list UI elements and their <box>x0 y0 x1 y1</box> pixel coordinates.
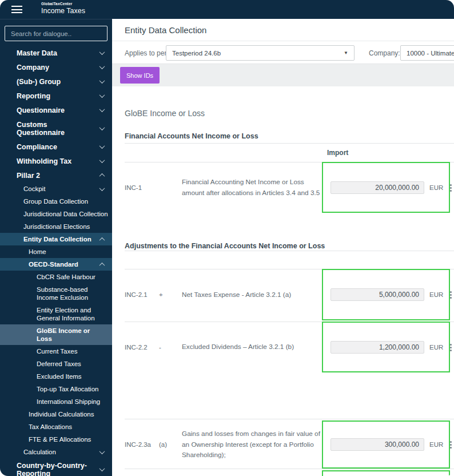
module-name: Income Taxes <box>41 7 85 15</box>
sidebar-item[interactable]: Group Data Collection <box>0 195 112 208</box>
row-description: Excluded Dividends – Article 3.2.1 (b) <box>182 342 330 352</box>
divider <box>125 469 454 469</box>
page-header: Entity Data Collection <box>112 19 454 41</box>
sidebar-item[interactable]: Withholding Tax <box>0 154 112 168</box>
sidebar-item[interactable]: Current Taxes <box>0 345 112 358</box>
sidebar-item[interactable]: International Shipping <box>0 395 112 408</box>
sidebar-item[interactable]: Company <box>0 60 112 74</box>
import-column-header: Import <box>327 149 348 157</box>
sidebar-item-label: Home <box>29 248 104 256</box>
company-label: Company: <box>369 49 400 57</box>
sidebar-item-label: Deferred Taxes <box>37 360 104 368</box>
sidebar-item-label: Pillar 2 <box>17 172 97 180</box>
row-menu-kebab-icon[interactable] <box>447 439 454 450</box>
sidebar-item[interactable]: Individual Calculations <box>0 408 112 421</box>
filter-bar: Applies to period: Testperiod 24.6b ▼ Co… <box>112 41 454 64</box>
sidebar-item[interactable]: Home <box>0 245 112 258</box>
sidebar: Master Data Company (Sub-) Group Reporti… <box>0 19 112 476</box>
sidebar-item-label: Substance-based Income Exclusion <box>37 285 104 302</box>
sidebar-item[interactable]: Compliance <box>0 140 112 154</box>
import-highlight-box <box>322 470 450 476</box>
sidebar-item[interactable]: Deferred Taxes <box>0 358 112 370</box>
chevron-icon <box>99 237 105 243</box>
sidebar-item-label: Calculation <box>23 448 97 456</box>
sidebar-item[interactable]: Substance-based Income Exclusion <box>0 283 112 304</box>
sidebar-item-label: Jurisdictional Elections <box>23 223 104 231</box>
sidebar-item-label: Jurisdictional Data Collection <box>23 210 108 218</box>
row-code: INC-2.2 <box>125 344 159 351</box>
sidebar-item-label: Individual Calculations <box>29 410 104 418</box>
sidebar-item[interactable]: Master Data <box>0 46 112 60</box>
show-ids-button[interactable]: Show IDs <box>120 67 160 84</box>
chevron-icon <box>99 64 105 69</box>
sidebar-search-input[interactable] <box>5 26 107 41</box>
sidebar-item[interactable]: Entity Election and General Information <box>0 304 112 324</box>
amount-input[interactable] <box>330 341 424 354</box>
topbar: GlobalTaxCenter Income Taxes <box>0 0 454 19</box>
chevron-icon <box>99 78 105 84</box>
sidebar-item[interactable]: Excluded Items <box>0 370 112 383</box>
company-select[interactable]: 10000 - Ultimate Par <box>400 45 454 61</box>
sidebar-item-label: OECD-Standard <box>29 260 97 268</box>
section-heading-financial-accounts: Financial Accounts Net Income or Loss <box>125 132 258 140</box>
sidebar-item[interactable]: FTE & PE Allocations <box>0 433 112 446</box>
sidebar-item[interactable]: Entity Data Collection <box>0 233 112 245</box>
sidebar-item[interactable]: Jurisdictional Elections <box>0 220 112 233</box>
amount-input[interactable] <box>330 288 424 301</box>
table-row-inc-2-2: INC-2.2 - Excluded Dividends – Article 3… <box>125 322 449 372</box>
sidebar-item[interactable]: OECD-Standard <box>0 258 112 271</box>
table-row-inc-1: INC-1 Financial Accounting Net Income or… <box>125 162 449 213</box>
chevron-icon <box>99 125 105 130</box>
sidebar-item-label: (Sub-) Group <box>17 78 97 86</box>
divider <box>125 419 454 419</box>
sidebar-item-label: Withholding Tax <box>17 157 97 165</box>
row-menu-kebab-icon[interactable] <box>447 182 454 193</box>
sidebar-item[interactable]: Top-up Tax Allocation <box>0 383 112 395</box>
sidebar-item-label: Entity Election and General Information <box>37 306 104 322</box>
sidebar-item[interactable]: Reporting <box>0 89 112 103</box>
sidebar-item[interactable]: CbCR Safe Harbour <box>0 271 112 283</box>
company-value: 10000 - Ultimate Par <box>407 50 454 57</box>
row-code: INC-1 <box>125 184 159 191</box>
hamburger-menu-icon[interactable] <box>11 6 22 13</box>
app-window: GlobalTaxCenter Income Taxes Master Data… <box>0 0 454 476</box>
chevron-icon <box>99 106 105 112</box>
row-sign: + <box>159 291 182 298</box>
sidebar-item[interactable]: Tax Allocations <box>0 421 112 433</box>
sidebar-item-label: Top-up Tax Allocation <box>37 385 104 393</box>
divider <box>125 251 454 251</box>
toolbar: Show IDs <box>112 64 454 86</box>
sidebar-item[interactable]: Customs Questionnaire <box>0 117 112 140</box>
sidebar-item[interactable]: Calculation <box>0 446 112 458</box>
sidebar-item[interactable]: Questionnaire <box>0 103 112 117</box>
sidebar-item-label: Current Taxes <box>37 347 104 355</box>
sidebar-item[interactable]: (Sub-) Group <box>0 74 112 89</box>
sidebar-item-label: Master Data <box>17 49 97 57</box>
period-select[interactable]: Testperiod 24.6b ▼ <box>166 45 355 61</box>
currency-label: EUR <box>429 441 443 448</box>
sidebar-item[interactable]: Cockpit <box>0 183 112 195</box>
chevron-icon <box>99 49 105 55</box>
row-description: Gains and losses from changes in fair va… <box>182 429 330 461</box>
sidebar-item[interactable]: Jurisdictional Data Collection <box>0 208 112 220</box>
sidebar-item[interactable]: Pillar 2 <box>0 168 112 183</box>
amount-input[interactable] <box>330 181 424 194</box>
chevron-icon <box>99 185 105 191</box>
chevron-icon <box>99 173 105 179</box>
row-sign: (a) <box>159 441 182 448</box>
sidebar-item[interactable]: Country-by-Country-Reporting <box>0 458 112 476</box>
row-menu-kebab-icon[interactable] <box>447 289 454 300</box>
chevron-icon <box>99 157 105 163</box>
row-description: Net Taxes Expense - Article 3.2.1 (a) <box>182 289 330 300</box>
table-row-inc-2-1: INC-2.1 + Net Taxes Expense - Article 3.… <box>125 269 449 320</box>
sidebar-item[interactable]: GloBE Income or Loss <box>0 324 112 345</box>
chevron-icon <box>99 262 105 268</box>
dropdown-arrow-icon: ▼ <box>344 50 348 55</box>
sidebar-item-label: Cockpit <box>23 185 97 193</box>
amount-input[interactable] <box>330 438 424 451</box>
main-content: Entity Data Collection Applies to period… <box>112 19 454 476</box>
row-menu-kebab-icon[interactable] <box>447 342 454 353</box>
chevron-icon <box>99 449 105 454</box>
brand-name: GlobalTaxCenter <box>41 2 85 6</box>
section-heading-adjustments: Adjustments to the Financial Accounts Ne… <box>125 242 325 250</box>
